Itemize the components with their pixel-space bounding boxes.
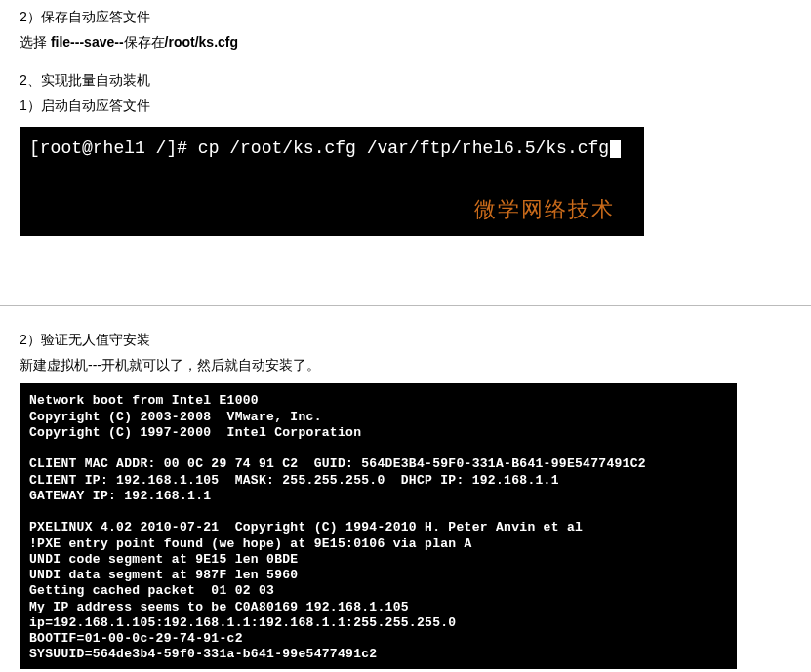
pxe-boot-line: My IP address seems to be C0A80169 192.1…: [29, 600, 409, 614]
text-file-save: file---save--: [51, 34, 124, 50]
text-save-at: 保存在: [124, 34, 165, 50]
step-save-file: 2）保存自动应答文件: [20, 6, 791, 27]
text-select-prefix: 选择: [20, 34, 51, 50]
terminal-prompt-line: [root@rhel1 /]# cp /root/ks.cfg /var/ftp…: [29, 138, 621, 158]
pxe-boot-line: Copyright (C) 1997-2000 Intel Corporatio…: [29, 425, 361, 440]
terminal-screenshot-2: Network boot from Intel E1000 Copyright …: [20, 383, 737, 668]
watermark-text: 微学网络技术: [474, 195, 615, 224]
pxe-boot-line: Network boot from Intel E1000: [29, 393, 259, 408]
pxe-boot-line: UNDI code segment at 9E15 len 0BDE: [29, 552, 298, 567]
text-insertion-cursor: [20, 261, 20, 279]
terminal-screenshot-1: [root@rhel1 /]# cp /root/ks.cfg /var/ftp…: [20, 127, 644, 236]
pxe-boot-line: SYSUUID=564de3b4-59f0-331a-b641-99e54774…: [29, 647, 377, 661]
step-start-response-file: 1）启动自动应答文件: [20, 95, 791, 116]
step-verify-unattended: 2）验证无人值守安装: [20, 329, 791, 350]
pxe-boot-line: Copyright (C) 2003-2008 VMware, Inc.: [29, 410, 322, 424]
terminal-command: [root@rhel1 /]# cp /root/ks.cfg /var/ftp…: [29, 138, 609, 158]
page-break-divider: [0, 303, 811, 305]
pxe-boot-line: GATEWAY IP: 192.168.1.1: [29, 489, 211, 503]
step-create-vm-note: 新建虚拟机---开机就可以了，然后就自动安装了。: [20, 354, 791, 376]
step-save-instruction: 选择 file---save--保存在/root/ks.cfg: [20, 31, 791, 53]
pxe-boot-line: PXELINUX 4.02 2010-07-21 Copyright (C) 1…: [29, 520, 583, 534]
pxe-boot-line: CLIENT MAC ADDR: 00 0C 29 74 91 C2 GUID:…: [29, 456, 646, 471]
terminal-cursor: [610, 140, 621, 158]
text-path: /root/ks.cfg: [165, 34, 238, 50]
pxe-boot-line: UNDI data segment at 987F len 5960: [29, 568, 298, 582]
pxe-boot-line: Getting cached packet 01 02 03: [29, 583, 274, 598]
pxe-boot-line: ip=192.168.1.105:192.168.1.1:192.168.1.1…: [29, 615, 456, 630]
pxe-boot-line: BOOTIF=01-00-0c-29-74-91-c2: [29, 631, 243, 646]
section-batch-install: 2、实现批量自动装机: [20, 69, 791, 91]
pxe-boot-line: CLIENT IP: 192.168.1.105 MASK: 255.255.2…: [29, 473, 559, 488]
pxe-boot-line: !PXE entry point found (we hope) at 9E15…: [29, 536, 472, 551]
